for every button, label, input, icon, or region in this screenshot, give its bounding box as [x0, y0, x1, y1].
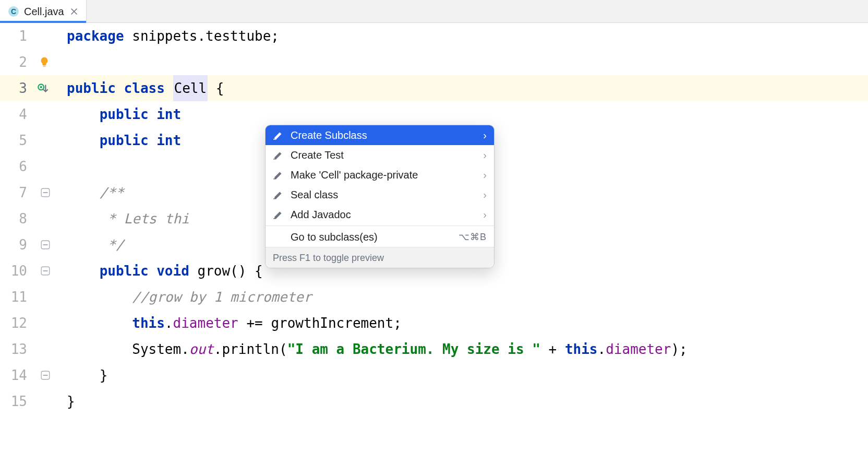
line-number[interactable]: 7	[0, 180, 56, 206]
line-number[interactable]: 12	[0, 310, 56, 336]
code-viewport[interactable]: package snippets.testtube; public class …	[56, 23, 868, 452]
code-line[interactable]: package snippets.testtube;	[56, 23, 868, 49]
line-number[interactable]: 15	[0, 388, 56, 414]
editor-area[interactable]: 1 2 3 4 5 6 7 8 9	[0, 23, 868, 452]
line-number[interactable]: 1	[0, 23, 56, 49]
tab-bar: C Cell.java	[0, 0, 868, 23]
code-line[interactable]: }	[56, 388, 868, 414]
svg-rect-0	[43, 66, 46, 67]
line-number[interactable]: 11	[0, 284, 56, 310]
code-line[interactable]: public class Cell {	[56, 75, 868, 101]
fold-toggle-icon[interactable]	[41, 240, 50, 249]
line-number[interactable]: 9	[0, 232, 56, 258]
editor-window: C Cell.java 1 2 3 4 5	[0, 0, 868, 452]
line-number[interactable]: 6	[0, 153, 56, 180]
pencil-icon	[273, 189, 284, 200]
file-tab[interactable]: C Cell.java	[0, 0, 87, 22]
pencil-icon	[273, 209, 284, 220]
fold-toggle-icon[interactable]	[41, 188, 50, 197]
intention-actions-popup: Create Subclass › Create Test › Make 'Ce…	[265, 125, 495, 268]
pencil-icon	[273, 129, 284, 141]
line-number[interactable]: 14	[0, 362, 56, 388]
line-number[interactable]: 4	[0, 101, 56, 127]
code-line[interactable]	[56, 49, 868, 75]
line-number[interactable]: 2	[0, 49, 56, 75]
code-line[interactable]: }	[56, 362, 868, 388]
line-number[interactable]: 5	[0, 127, 56, 153]
fold-toggle-icon[interactable]	[41, 266, 50, 276]
code-line[interactable]: public int	[56, 101, 868, 127]
code-line[interactable]: //grow by 1 micrometer	[56, 284, 868, 310]
code-line[interactable]: System.out.println("I am a Bacterium. My…	[56, 336, 868, 362]
close-icon	[70, 8, 78, 15]
intention-add-javadoc[interactable]: Add Javadoc ›	[266, 205, 494, 224]
fold-toggle-icon[interactable]	[41, 371, 50, 380]
close-tab-button[interactable]	[69, 7, 79, 16]
goto-subclasses[interactable]: Go to subclass(es) ⌥⌘B	[266, 227, 494, 247]
svg-point-2	[40, 86, 42, 88]
line-number[interactable]: 3	[0, 75, 56, 101]
tab-filename: Cell.java	[24, 6, 64, 17]
keyboard-shortcut: ⌥⌘B	[459, 224, 487, 250]
code-line[interactable]: this.diameter += growthIncrement;	[56, 310, 868, 336]
pencil-icon	[273, 149, 284, 161]
popup-footer-hint: Press F1 to toggle preview	[266, 247, 494, 268]
has-implementations-icon[interactable]	[37, 81, 50, 95]
pencil-icon	[273, 169, 284, 181]
gutter: 1 2 3 4 5 6 7 8 9	[0, 23, 56, 452]
line-number[interactable]: 8	[0, 206, 56, 232]
class-name-selection: Cell	[173, 75, 208, 101]
intention-bulb-icon[interactable]	[39, 56, 50, 68]
line-number[interactable]: 13	[0, 336, 56, 362]
line-number[interactable]: 10	[0, 258, 56, 284]
java-class-icon: C	[8, 6, 19, 17]
